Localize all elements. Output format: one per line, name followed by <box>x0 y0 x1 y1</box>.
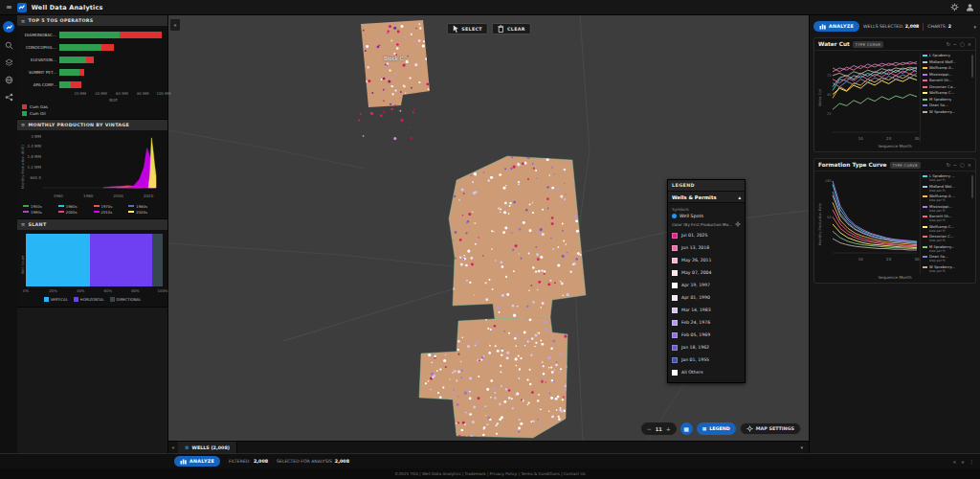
analyze-button[interactable]: ANALYZE <box>813 21 859 32</box>
legend-date-row[interactable]: Feb 24, 1976 <box>672 316 741 329</box>
user-icon[interactable] <box>966 3 974 11</box>
series-legend-item[interactable]: Dean Sa... <box>923 103 973 107</box>
slant-chart-header[interactable]: ≡ SLANT <box>17 219 167 230</box>
close-icon[interactable]: × <box>968 41 971 47</box>
share-icon[interactable] <box>5 93 13 102</box>
tab-wells[interactable]: ≡ WELLS (2,008) <box>178 442 237 454</box>
legend-date-row[interactable]: May 07, 2004 <box>672 266 741 279</box>
expand-icon[interactable]: ▢ <box>960 162 965 168</box>
legend-date-row[interactable]: All Others <box>672 366 741 378</box>
series-legend-item[interactable]: Barnett Sh... <box>923 78 973 82</box>
home-icon[interactable] <box>3 21 14 33</box>
kebab-menu-icon[interactable]: ⋮ <box>969 459 975 465</box>
type-curve-badge: TYPE CURVE <box>890 162 921 169</box>
series-legend-item[interactable]: Mississippi...boe per ft <box>923 204 973 213</box>
vintage-chart-header[interactable]: ≡ MONTHLY PRODUCTION BY VINTAGE <box>17 120 167 130</box>
analyze-button-bottom[interactable]: ANALYZE <box>174 456 220 467</box>
chevron-down-icon[interactable]: ▾ <box>973 24 976 30</box>
color-swatch <box>672 283 678 288</box>
gear-icon[interactable] <box>950 3 959 11</box>
collapse-left-panel-button[interactable]: « <box>170 19 180 31</box>
legend-item: 2020s <box>128 210 162 215</box>
series-legend-item[interactable]: L Spraberry <box>923 53 973 57</box>
series-legend-item[interactable]: L Spraberry ...boe per ft <box>923 173 973 182</box>
refresh-icon[interactable]: ↻ <box>947 41 950 47</box>
legend-panel-title[interactable]: LEGEND <box>668 180 745 191</box>
water-cut-header[interactable]: Water Cut TYPE CURVE ↻ − ▢ × <box>814 38 975 51</box>
series-legend-item[interactable]: Dean Sa...boe per ft <box>923 254 973 262</box>
minimize-icon[interactable]: − <box>953 162 957 168</box>
legend-date-row[interactable]: Mar 14, 1983 <box>672 304 741 316</box>
collapse-left-icon[interactable]: « <box>953 459 956 465</box>
legend-date-row[interactable]: Feb 05, 1969 <box>672 329 741 341</box>
refresh-icon[interactable]: ↻ <box>947 162 950 168</box>
select-button[interactable]: SELECT <box>446 23 488 34</box>
slant-segment[interactable] <box>26 234 90 286</box>
series-color-swatch <box>923 236 927 238</box>
layers-icon[interactable] <box>5 58 13 67</box>
series-legend-item[interactable]: Wolfcamp C... <box>923 90 973 95</box>
legend-date-row[interactable]: Jan 01, 1955 <box>672 354 741 366</box>
expand-icon[interactable]: ▢ <box>960 41 965 47</box>
operator-bar[interactable] <box>59 69 164 76</box>
series-legend-item[interactable]: Wolfcamp C...boe per ft <box>923 224 973 233</box>
map-canvas[interactable]: Block C… « SELECT CLEAR − 11 + ▦ ▦ LEGEN… <box>168 15 809 441</box>
slant-segment[interactable] <box>152 234 163 286</box>
series-legend-item[interactable]: Devonian C...boe per ft <box>923 234 973 242</box>
formation-line-chart[interactable]: 10050102030 <box>823 173 920 263</box>
svg-text:1.2 MM: 1.2 MM <box>27 164 41 169</box>
series-legend-item[interactable]: M Spraberry...boe per ft <box>923 244 973 253</box>
series-legend-item[interactable]: Devonian Ca... <box>923 84 973 89</box>
series-legend-item[interactable]: M Spraberry <box>923 97 973 102</box>
formation-series-legend[interactable]: L Spraberry ...boe per ftMidland Wol...b… <box>920 173 973 274</box>
zoom-out-button[interactable]: − <box>647 426 652 432</box>
series-legend-item[interactable]: Mississippi... <box>923 72 973 77</box>
clear-button[interactable]: CLEAR <box>492 23 531 34</box>
zoom-in-button[interactable]: + <box>666 426 671 432</box>
legend-date-row[interactable]: May 26, 2011 <box>672 254 741 266</box>
legend-section-wells-permits[interactable]: Wells & Permits ▴ <box>668 191 745 203</box>
legend-item: DIRECTIONAL <box>110 297 142 302</box>
slant-stacked-bar[interactable] <box>26 234 163 286</box>
series-legend-item[interactable]: W Spraberry...boe per ft <box>923 264 973 273</box>
legend-date-row[interactable]: Jan 18, 1962 <box>672 341 741 354</box>
series-legend-item[interactable]: Midland Wolf... <box>923 59 973 64</box>
legend-button[interactable]: ▦ LEGEND <box>697 422 736 435</box>
close-icon[interactable]: × <box>968 162 971 168</box>
legend-date-row[interactable]: Jun 13, 2018 <box>672 241 741 254</box>
svg-text:10: 10 <box>858 257 864 262</box>
left-chart-panel: ≡ TOP 5 TOS OPERATORS DIAMONDBAC...CONOC… <box>17 15 168 453</box>
operator-bar[interactable] <box>59 44 164 51</box>
color-settings-gear-icon[interactable] <box>735 221 741 227</box>
search-icon[interactable] <box>5 41 13 50</box>
operator-bar[interactable] <box>59 57 164 63</box>
water-cut-line-chart[interactable]: 755025102030 <box>823 53 920 143</box>
well-spots-row[interactable]: Well Spots <box>672 214 741 218</box>
series-legend-item[interactable]: Wolfcamp A... <box>923 65 973 70</box>
collapse-right-icon[interactable]: » <box>961 459 964 465</box>
collapse-table-button[interactable]: « <box>168 445 178 450</box>
footer-links[interactable]: ©2025 TGS | Well Data Analytics | Tradem… <box>0 468 980 479</box>
basemap-button[interactable]: ▦ <box>680 422 693 435</box>
series-color-swatch <box>923 175 927 177</box>
menu-icon[interactable]: ≡ <box>6 4 12 11</box>
water-cut-series-legend[interactable]: L SpraberryMidland Wolf...Wolfcamp A...M… <box>920 53 973 143</box>
operator-bar[interactable] <box>59 81 164 88</box>
map-settings-button[interactable]: MAP SETTINGS <box>740 422 801 435</box>
series-legend-item[interactable]: W Spraberry... <box>923 109 973 114</box>
legend-date-row[interactable]: Jul 01, 2025 <box>672 229 741 241</box>
chevron-down-icon[interactable]: ▾ <box>794 445 809 450</box>
minimize-icon[interactable]: − <box>953 41 957 47</box>
legend-date-row[interactable]: Apr 19, 1997 <box>672 279 741 291</box>
slant-x-axis: 0%20%40%60%80%100% <box>26 288 163 295</box>
slant-segment[interactable] <box>90 234 151 286</box>
series-legend-item[interactable]: Barnett Sh...boe per ft <box>923 214 973 222</box>
vintage-area-chart[interactable]: 3 MM2.4 MM1.8 MM1.2 MM600 K1960198020002… <box>26 132 160 203</box>
operators-chart-header[interactable]: ≡ TOP 5 TOS OPERATORS <box>17 15 167 26</box>
formation-header[interactable]: Formation Type Curve TYPE CURVE ↻ − ▢ × <box>814 159 975 171</box>
series-legend-item[interactable]: Wolfcamp A ...boe per ft <box>923 194 973 202</box>
operator-bar[interactable] <box>59 32 164 38</box>
globe-icon[interactable] <box>5 76 13 84</box>
legend-date-row[interactable]: Apr 01, 1990 <box>672 291 741 304</box>
series-legend-item[interactable]: Midland Wol...boe per ft <box>923 184 973 193</box>
